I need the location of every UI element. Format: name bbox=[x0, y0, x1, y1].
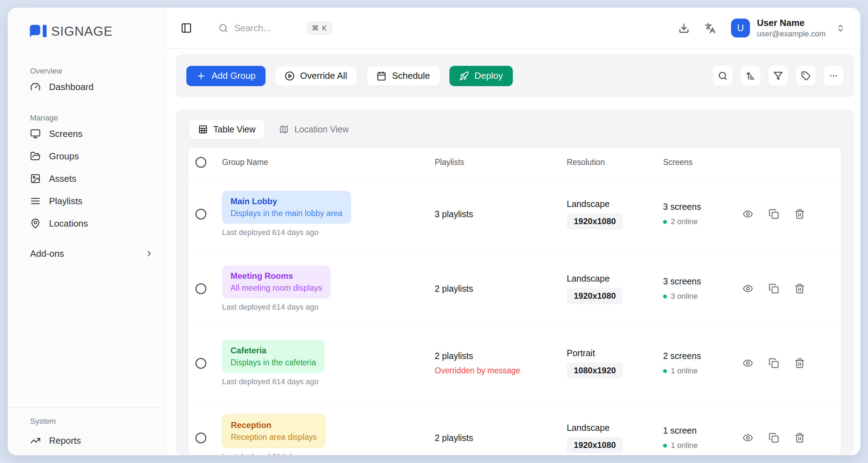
brand-logo-icon bbox=[27, 25, 50, 39]
download-button[interactable] bbox=[678, 23, 689, 34]
online-dot bbox=[663, 369, 667, 373]
sidebar-bottom-section: System Reports bbox=[8, 407, 166, 455]
addons-label: Add-ons bbox=[30, 248, 64, 259]
sidebar-item-assets[interactable]: Assets bbox=[8, 167, 166, 190]
ellipsis-icon bbox=[829, 71, 838, 81]
tab-table-view[interactable]: Table View bbox=[189, 119, 264, 139]
orientation: Landscape bbox=[567, 423, 663, 433]
view-button[interactable] bbox=[740, 206, 756, 222]
online-count: 2 online bbox=[671, 217, 698, 226]
row-actions bbox=[740, 206, 841, 222]
table-row: Meeting Rooms All meeting room displays … bbox=[188, 251, 841, 326]
duplicate-button[interactable] bbox=[766, 206, 781, 222]
orientation: Landscape bbox=[567, 199, 663, 209]
select-all-checkbox[interactable] bbox=[195, 157, 206, 168]
sort-button[interactable] bbox=[740, 66, 760, 86]
search-icon bbox=[219, 23, 228, 33]
online-count: 1 online bbox=[671, 366, 698, 375]
more-button[interactable] bbox=[824, 66, 843, 86]
last-deployed: Last deployed 614 days ago bbox=[222, 303, 435, 312]
orientation: Landscape bbox=[567, 274, 663, 284]
filter-button[interactable] bbox=[768, 66, 788, 86]
delete-button[interactable] bbox=[792, 206, 807, 222]
sidebar-item-playlists[interactable]: Playlists bbox=[8, 190, 166, 212]
sidebar-toggle-button[interactable] bbox=[181, 22, 192, 34]
row-checkbox[interactable] bbox=[195, 358, 206, 369]
trending-up-icon bbox=[30, 435, 41, 446]
image-icon bbox=[30, 173, 41, 184]
group-badge[interactable]: Meeting Rooms All meeting room displays bbox=[222, 265, 331, 298]
override-all-button[interactable]: Override All bbox=[275, 66, 357, 86]
toolbar: Add Group Override All Schedule Deploy bbox=[176, 54, 854, 97]
screens-count: 3 screens bbox=[663, 276, 740, 286]
resolution-badge: 1920x1080 bbox=[567, 213, 623, 229]
trash-icon bbox=[794, 283, 805, 294]
toolbar-icon-buttons bbox=[713, 66, 843, 86]
circle-play-icon bbox=[285, 71, 295, 81]
search-input[interactable] bbox=[234, 23, 301, 34]
search-icon bbox=[718, 71, 728, 81]
view-tabs: Table View Location View bbox=[188, 119, 841, 139]
map-pin-icon bbox=[30, 218, 41, 229]
online-dot bbox=[663, 295, 667, 298]
view-button[interactable] bbox=[740, 430, 756, 445]
tag-button[interactable] bbox=[796, 66, 816, 86]
folder-open-icon bbox=[30, 151, 41, 161]
copy-icon bbox=[769, 209, 779, 219]
schedule-label: Schedule bbox=[392, 70, 430, 81]
sidebar-item-addons[interactable]: Add-ons bbox=[8, 242, 166, 265]
duplicate-button[interactable] bbox=[766, 430, 781, 445]
tab-label: Location View bbox=[294, 124, 349, 134]
view-button[interactable] bbox=[740, 281, 756, 296]
schedule-button[interactable]: Schedule bbox=[366, 66, 440, 86]
add-group-button[interactable]: Add Group bbox=[186, 66, 266, 86]
trash-icon bbox=[794, 433, 805, 443]
groups-table: Group Name Playlists Resolution Screens … bbox=[188, 147, 841, 455]
delete-button[interactable] bbox=[792, 281, 807, 296]
row-checkbox[interactable] bbox=[195, 283, 206, 294]
row-checkbox[interactable] bbox=[195, 433, 206, 443]
sidebar-item-label: Dashboard bbox=[49, 82, 94, 92]
list-icon bbox=[30, 196, 41, 206]
deploy-button[interactable]: Deploy bbox=[449, 66, 513, 86]
sidebar-item-label: Locations bbox=[49, 218, 88, 229]
duplicate-button[interactable] bbox=[766, 281, 781, 296]
sidebar-item-screens[interactable]: Screens bbox=[8, 123, 166, 145]
last-deployed: Last deployed 614 days ago bbox=[222, 377, 435, 386]
group-badge[interactable]: Reception Reception area displays bbox=[222, 414, 325, 448]
playlists-count: 2 playlists bbox=[435, 284, 567, 294]
brand-logo: SIGNAGE bbox=[8, 8, 166, 39]
chevrons-up-down-icon bbox=[836, 24, 845, 33]
user-info: User Name user@example.com bbox=[757, 18, 826, 39]
group-badge[interactable]: Main Lobby Displays in the main lobby ar… bbox=[222, 191, 351, 224]
sidebar-item-reports[interactable]: Reports bbox=[8, 429, 166, 452]
copy-icon bbox=[769, 283, 779, 294]
languages-icon bbox=[705, 23, 716, 34]
delete-button[interactable] bbox=[792, 430, 807, 445]
column-group-name: Group Name bbox=[213, 158, 435, 167]
app-window: SIGNAGE Overview Dashboard Manage Screen… bbox=[8, 8, 860, 455]
user-menu[interactable]: U User Name user@example.com bbox=[731, 18, 845, 39]
group-name: Cafeteria bbox=[230, 346, 316, 355]
tab-location-view[interactable]: Location View bbox=[279, 124, 349, 134]
sidebar-item-dashboard[interactable]: Dashboard bbox=[8, 76, 166, 98]
add-group-label: Add Group bbox=[212, 70, 256, 81]
row-actions bbox=[740, 281, 841, 296]
column-playlists: Playlists bbox=[435, 158, 567, 167]
last-deployed: Last deployed 614 days ago bbox=[222, 452, 435, 455]
group-name: Main Lobby bbox=[230, 196, 343, 206]
duplicate-button[interactable] bbox=[766, 355, 781, 371]
sidebar-item-label: Screens bbox=[49, 129, 82, 139]
content-card: Table View Location View Group Name Play… bbox=[176, 110, 854, 455]
orientation: Portrait bbox=[567, 348, 663, 358]
group-badge[interactable]: Cafeteria Displays in the cafeteria bbox=[222, 340, 324, 373]
view-button[interactable] bbox=[740, 355, 756, 371]
table-search-button[interactable] bbox=[713, 66, 733, 86]
delete-button[interactable] bbox=[792, 355, 807, 371]
sidebar-section-system: System bbox=[30, 417, 166, 426]
sidebar-item-locations[interactable]: Locations bbox=[8, 212, 166, 235]
language-button[interactable] bbox=[705, 23, 716, 34]
override-all-label: Override All bbox=[300, 70, 347, 81]
sidebar-item-groups[interactable]: Groups bbox=[8, 145, 166, 167]
row-checkbox[interactable] bbox=[195, 209, 206, 220]
